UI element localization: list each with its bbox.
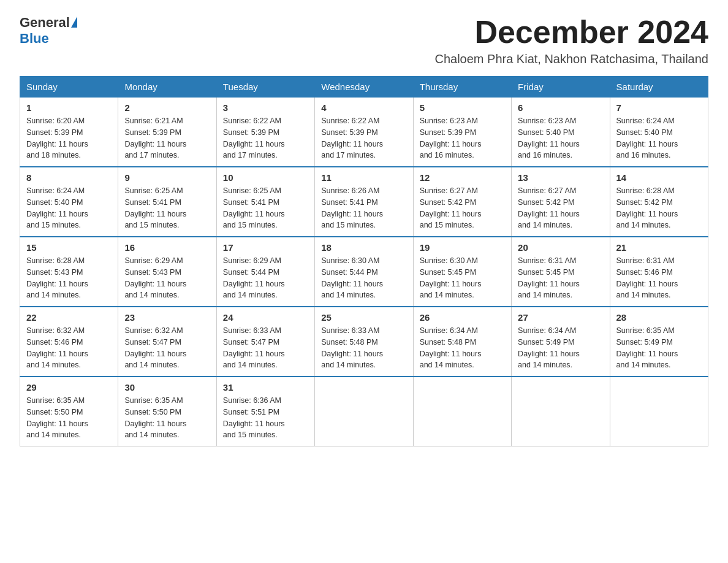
month-title: December 2024 (434, 15, 708, 50)
day-info: Sunrise: 6:25 AM Sunset: 5:41 PM Dayligh… (124, 185, 210, 231)
calendar-cell: 24 Sunrise: 6:33 AM Sunset: 5:47 PM Dayl… (216, 307, 314, 377)
calendar-cell: 28 Sunrise: 6:35 AM Sunset: 5:49 PM Dayl… (610, 307, 708, 377)
calendar-cell: 31 Sunrise: 6:36 AM Sunset: 5:51 PM Dayl… (216, 377, 314, 446)
calendar-cell: 6 Sunrise: 6:23 AM Sunset: 5:40 PM Dayli… (512, 98, 610, 167)
header-wednesday: Wednesday (315, 77, 413, 98)
day-number: 23 (124, 312, 210, 323)
day-number: 14 (616, 172, 702, 183)
calendar-cell: 23 Sunrise: 6:32 AM Sunset: 5:47 PM Dayl… (118, 307, 216, 377)
day-info: Sunrise: 6:28 AM Sunset: 5:43 PM Dayligh… (26, 255, 112, 301)
calendar-cell: 22 Sunrise: 6:32 AM Sunset: 5:46 PM Dayl… (20, 307, 118, 377)
calendar-cell: 9 Sunrise: 6:25 AM Sunset: 5:41 PM Dayli… (118, 167, 216, 237)
calendar-cell: 7 Sunrise: 6:24 AM Sunset: 5:40 PM Dayli… (610, 98, 708, 167)
day-info: Sunrise: 6:32 AM Sunset: 5:46 PM Dayligh… (26, 325, 112, 371)
day-info: Sunrise: 6:23 AM Sunset: 5:39 PM Dayligh… (420, 115, 505, 161)
day-number: 4 (321, 102, 406, 113)
day-number: 17 (223, 242, 308, 253)
calendar-cell: 20 Sunrise: 6:31 AM Sunset: 5:45 PM Dayl… (512, 237, 610, 307)
day-number: 20 (518, 242, 603, 253)
calendar-cell: 15 Sunrise: 6:28 AM Sunset: 5:43 PM Dayl… (20, 237, 118, 307)
header-saturday: Saturday (610, 77, 708, 98)
day-number: 1 (26, 102, 112, 113)
day-number: 5 (420, 102, 505, 113)
day-number: 24 (223, 312, 308, 323)
day-number: 3 (223, 102, 308, 113)
day-number: 12 (420, 172, 505, 183)
day-info: Sunrise: 6:29 AM Sunset: 5:44 PM Dayligh… (223, 255, 308, 301)
day-number: 2 (124, 102, 210, 113)
calendar-header-row: SundayMondayTuesdayWednesdayThursdayFrid… (20, 77, 708, 98)
day-info: Sunrise: 6:24 AM Sunset: 5:40 PM Dayligh… (616, 115, 702, 161)
day-info: Sunrise: 6:35 AM Sunset: 5:49 PM Dayligh… (616, 325, 702, 371)
logo-triangle-icon (71, 17, 77, 28)
calendar-cell: 11 Sunrise: 6:26 AM Sunset: 5:41 PM Dayl… (315, 167, 413, 237)
header-friday: Friday (512, 77, 610, 98)
calendar-table: SundayMondayTuesdayWednesdayThursdayFrid… (20, 76, 708, 446)
day-info: Sunrise: 6:35 AM Sunset: 5:50 PM Dayligh… (124, 395, 210, 441)
day-number: 19 (420, 242, 505, 253)
location-subtitle: Chaloem Phra Kiat, Nakhon Ratchasima, Th… (434, 52, 708, 66)
calendar-cell: 3 Sunrise: 6:22 AM Sunset: 5:39 PM Dayli… (216, 98, 314, 167)
day-number: 6 (518, 102, 603, 113)
day-info: Sunrise: 6:27 AM Sunset: 5:42 PM Dayligh… (420, 185, 505, 231)
day-info: Sunrise: 6:35 AM Sunset: 5:50 PM Dayligh… (26, 395, 112, 441)
calendar-cell: 19 Sunrise: 6:30 AM Sunset: 5:45 PM Dayl… (413, 237, 511, 307)
calendar-cell (315, 377, 413, 446)
calendar-cell: 27 Sunrise: 6:34 AM Sunset: 5:49 PM Dayl… (512, 307, 610, 377)
day-info: Sunrise: 6:33 AM Sunset: 5:48 PM Dayligh… (321, 325, 406, 371)
day-info: Sunrise: 6:25 AM Sunset: 5:41 PM Dayligh… (223, 185, 308, 231)
day-info: Sunrise: 6:31 AM Sunset: 5:46 PM Dayligh… (616, 255, 702, 301)
calendar-cell (610, 377, 708, 446)
day-info: Sunrise: 6:33 AM Sunset: 5:47 PM Dayligh… (223, 325, 308, 371)
header-tuesday: Tuesday (216, 77, 314, 98)
day-number: 25 (321, 312, 406, 323)
day-number: 30 (124, 382, 210, 393)
logo: General Blue (20, 15, 77, 47)
day-info: Sunrise: 6:31 AM Sunset: 5:45 PM Dayligh… (518, 255, 603, 301)
day-info: Sunrise: 6:22 AM Sunset: 5:39 PM Dayligh… (321, 115, 406, 161)
calendar-cell: 16 Sunrise: 6:29 AM Sunset: 5:43 PM Dayl… (118, 237, 216, 307)
day-info: Sunrise: 6:28 AM Sunset: 5:42 PM Dayligh… (616, 185, 702, 231)
day-info: Sunrise: 6:32 AM Sunset: 5:47 PM Dayligh… (124, 325, 210, 371)
calendar-cell (512, 377, 610, 446)
day-number: 26 (420, 312, 505, 323)
day-number: 8 (26, 172, 112, 183)
day-number: 18 (321, 242, 406, 253)
day-info: Sunrise: 6:30 AM Sunset: 5:45 PM Dayligh… (420, 255, 505, 301)
day-number: 31 (223, 382, 308, 393)
logo-blue-text: Blue (20, 31, 49, 46)
day-info: Sunrise: 6:36 AM Sunset: 5:51 PM Dayligh… (223, 395, 308, 441)
header: General Blue December 2024 Chaloem Phra … (20, 15, 708, 66)
calendar-cell: 12 Sunrise: 6:27 AM Sunset: 5:42 PM Dayl… (413, 167, 511, 237)
header-monday: Monday (118, 77, 216, 98)
day-number: 13 (518, 172, 603, 183)
day-number: 9 (124, 172, 210, 183)
day-number: 28 (616, 312, 702, 323)
day-info: Sunrise: 6:30 AM Sunset: 5:44 PM Dayligh… (321, 255, 406, 301)
day-info: Sunrise: 6:34 AM Sunset: 5:49 PM Dayligh… (518, 325, 603, 371)
calendar-cell: 17 Sunrise: 6:29 AM Sunset: 5:44 PM Dayl… (216, 237, 314, 307)
calendar-cell (413, 377, 511, 446)
calendar-week-2: 8 Sunrise: 6:24 AM Sunset: 5:40 PM Dayli… (20, 167, 708, 237)
calendar-cell: 5 Sunrise: 6:23 AM Sunset: 5:39 PM Dayli… (413, 98, 511, 167)
day-info: Sunrise: 6:23 AM Sunset: 5:40 PM Dayligh… (518, 115, 603, 161)
calendar-cell: 21 Sunrise: 6:31 AM Sunset: 5:46 PM Dayl… (610, 237, 708, 307)
day-number: 10 (223, 172, 308, 183)
day-info: Sunrise: 6:27 AM Sunset: 5:42 PM Dayligh… (518, 185, 603, 231)
day-number: 7 (616, 102, 702, 113)
calendar-cell: 10 Sunrise: 6:25 AM Sunset: 5:41 PM Dayl… (216, 167, 314, 237)
day-info: Sunrise: 6:34 AM Sunset: 5:48 PM Dayligh… (420, 325, 505, 371)
day-number: 27 (518, 312, 603, 323)
day-number: 22 (26, 312, 112, 323)
day-number: 15 (26, 242, 112, 253)
calendar-week-1: 1 Sunrise: 6:20 AM Sunset: 5:39 PM Dayli… (20, 98, 708, 167)
calendar-cell: 13 Sunrise: 6:27 AM Sunset: 5:42 PM Dayl… (512, 167, 610, 237)
day-info: Sunrise: 6:20 AM Sunset: 5:39 PM Dayligh… (26, 115, 112, 161)
calendar-cell: 30 Sunrise: 6:35 AM Sunset: 5:50 PM Dayl… (118, 377, 216, 446)
day-number: 16 (124, 242, 210, 253)
day-number: 29 (26, 382, 112, 393)
calendar-cell: 1 Sunrise: 6:20 AM Sunset: 5:39 PM Dayli… (20, 98, 118, 167)
calendar-cell: 8 Sunrise: 6:24 AM Sunset: 5:40 PM Dayli… (20, 167, 118, 237)
calendar-week-3: 15 Sunrise: 6:28 AM Sunset: 5:43 PM Dayl… (20, 237, 708, 307)
calendar-cell: 25 Sunrise: 6:33 AM Sunset: 5:48 PM Dayl… (315, 307, 413, 377)
